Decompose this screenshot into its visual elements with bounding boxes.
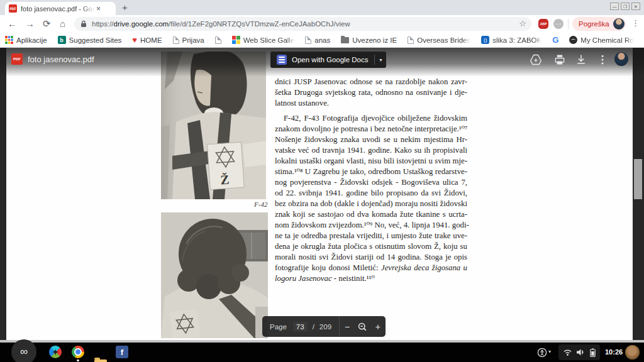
pdf-badge-icon: PDF <box>11 53 23 65</box>
restore-button[interactable]: ❐ <box>621 3 630 10</box>
zoom-out-button[interactable]: − <box>340 322 355 332</box>
adblock-extension-icon[interactable]: ABP <box>538 19 548 29</box>
folder-icon <box>341 37 349 43</box>
page-icon <box>305 36 311 44</box>
print-icon[interactable] <box>553 53 566 66</box>
open-with-google-docs-button[interactable]: Open with Google Docs ▾ <box>270 52 386 68</box>
bookmark-slika[interactable]: () slika 3: ZABOK <box>481 36 541 44</box>
system-tray[interactable] <box>558 344 600 360</box>
viewer-toolbar: PDF foto jasenovac.pdf Open with Google … <box>0 48 644 77</box>
new-tab-button[interactable]: + <box>122 3 128 13</box>
text-line: znakom dovoljno je potresna i bez netočn… <box>275 124 467 134</box>
active-app-indicator <box>77 359 79 361</box>
address-bar[interactable]: https://drive.google.com/file/d/1ZeF2g0N… <box>74 17 531 31</box>
url-text: https://drive.google.com/file/d/1ZeF2g0N… <box>92 20 350 28</box>
text-line: morali nositi svi Židovi stariji od 14 g… <box>275 252 467 263</box>
page-controls: Page 73 / 209 − + <box>262 316 386 337</box>
apps-plus-icon[interactable]: + <box>49 346 62 358</box>
bookmark-label: Aplikacije <box>16 36 47 44</box>
browser-menu-icon[interactable]: ⋮ <box>631 18 640 28</box>
accessibility-icon[interactable] <box>537 348 547 358</box>
tab-close-icon[interactable]: × <box>96 5 101 13</box>
bookmark-overseas[interactable]: Overseas Brides <box>408 36 470 44</box>
pdf-favicon-icon: PDF <box>9 4 17 13</box>
facebook-icon[interactable]: f <box>116 346 128 358</box>
screen: PDF foto jasenovac.pdf - Goo × + — ❐ ✕ ←… <box>0 0 644 362</box>
brackets-icon: () <box>481 36 489 44</box>
scrollbar-thumb[interactable] <box>634 159 642 199</box>
bookmarks-bar: Aplikacije b Suggested Sites ♥ HOME Prij… <box>0 33 644 48</box>
navigation-bar: ← → ⟳ ⌂ https://drive.google.com/file/d/… <box>0 15 644 33</box>
text-line: dnici JUSP Jasenovac odnose se na razdob… <box>275 77 467 87</box>
profile-error-label: Pogreška <box>579 20 609 28</box>
text-line: lokalni ustaški organi vlasti, nisu bili… <box>275 156 467 167</box>
bookmark-label: Web Slice Galle <box>243 36 295 44</box>
squares-icon <box>232 36 240 44</box>
zoom-in-button[interactable]: + <box>370 322 386 332</box>
open-with-label: Open with Google Docs <box>292 56 368 63</box>
text-line: F-42, F-43 Fotografija djevojčice obilje… <box>275 113 467 124</box>
bookmark-web-slice[interactable]: Web Slice Galle <box>232 36 295 44</box>
pdf-viewer: Ž F-42 dnici <box>0 48 644 343</box>
user-avatar[interactable] <box>625 345 640 359</box>
document-title: foto jasenovac.pdf <box>28 55 94 64</box>
bookmark-suggested-sites[interactable]: b Suggested Sites <box>58 36 122 44</box>
forward-icon[interactable]: → <box>25 18 35 30</box>
home-icon[interactable]: ⌂ <box>60 18 65 30</box>
bookmark-folder-ie[interactable]: Uvezeno iz IE <box>341 36 397 44</box>
url-domain: drive.google.com <box>114 20 169 28</box>
page-number-input[interactable]: 73 <box>293 322 308 332</box>
text-line: od 22. svibnja 1941. godine bilo propisa… <box>275 188 467 199</box>
account-avatar[interactable] <box>614 52 628 66</box>
bookmark-label: anas <box>314 36 330 44</box>
profile-chip[interactable]: Pogreška <box>572 17 626 31</box>
bookmark-home[interactable]: ♥ HOME <box>132 36 162 44</box>
download-icon[interactable] <box>575 53 587 66</box>
bookmark-prijava[interactable]: Prijava <box>173 36 204 44</box>
files-app-icon[interactable] <box>94 359 107 362</box>
back-icon[interactable]: ← <box>8 18 17 30</box>
close-button[interactable]: ✕ <box>631 3 640 10</box>
tab-title: foto jasenovac.pdf - Goo <box>21 5 95 13</box>
bookmark-label: Uvezeno iz IE <box>352 36 397 44</box>
text-line: stima.¹⁰⁸ U Zagrebu je tako, odredbom Us… <box>275 167 467 177</box>
launcher-button[interactable]: ∞ <box>11 339 36 362</box>
bookmark-my-chemical[interactable]: My Chemical Ro <box>569 36 633 44</box>
browser-tab[interactable]: PDF foto jasenovac.pdf - Goo × <box>5 2 116 15</box>
text-line: Nošenje židovskog znaka uvodi se u nekim… <box>275 134 467 145</box>
bookmark-apps[interactable]: Aplikacije <box>5 36 47 44</box>
zoom-magnifier-icon[interactable] <box>355 322 370 332</box>
lock-icon <box>80 20 87 28</box>
chevron-down-icon[interactable]: ▾ <box>548 349 551 354</box>
chrome-icon[interactable] <box>72 346 84 358</box>
text-line: šetka Drugoga svjetskog rata, odnosno na… <box>275 87 467 98</box>
bookmark-label: Suggested Sites <box>69 36 122 44</box>
bookmark-star-icon[interactable]: ☆ <box>519 19 526 28</box>
bookmark-anas[interactable]: anas <box>305 36 330 44</box>
photo-caption: F-42 <box>254 200 267 208</box>
heart-icon: ♥ <box>132 36 137 44</box>
wifi-icon <box>563 348 572 356</box>
text-line: logoru Jasenovac - neistinit.¹¹⁰ <box>275 273 467 284</box>
page-label: Page <box>270 323 287 331</box>
extension-icon[interactable]: ⋯ <box>553 19 564 29</box>
add-to-drive-icon[interactable] <box>530 53 542 66</box>
clock[interactable]: 10:26 <box>605 348 623 356</box>
bookmark-label: My Chemical Ro <box>580 36 633 44</box>
bookmark-label: Overseas Brides <box>417 36 470 44</box>
reload-icon[interactable]: ⟳ <box>43 18 51 30</box>
page-icon <box>408 36 414 44</box>
text-line: ne ta je odredba prestala vrijediti, i u… <box>275 231 467 241</box>
bookmark-google[interactable]: G <box>552 35 558 45</box>
text-line: znak koji se sastojao od dva komada žute… <box>275 209 467 220</box>
bookmark-unlabeled[interactable] <box>215 36 221 44</box>
profile-avatar <box>613 18 625 30</box>
minimize-button[interactable]: — <box>610 3 619 10</box>
text-line: latnost ustanove. <box>275 98 467 109</box>
chevron-down-icon[interactable]: ▾ <box>375 57 386 63</box>
more-options-icon[interactable] <box>596 53 609 66</box>
badge-letter: Ž <box>220 172 230 188</box>
apps-grid-icon <box>5 36 13 44</box>
battery-icon <box>590 348 596 357</box>
window-controls: — ❐ ✕ <box>610 3 640 10</box>
